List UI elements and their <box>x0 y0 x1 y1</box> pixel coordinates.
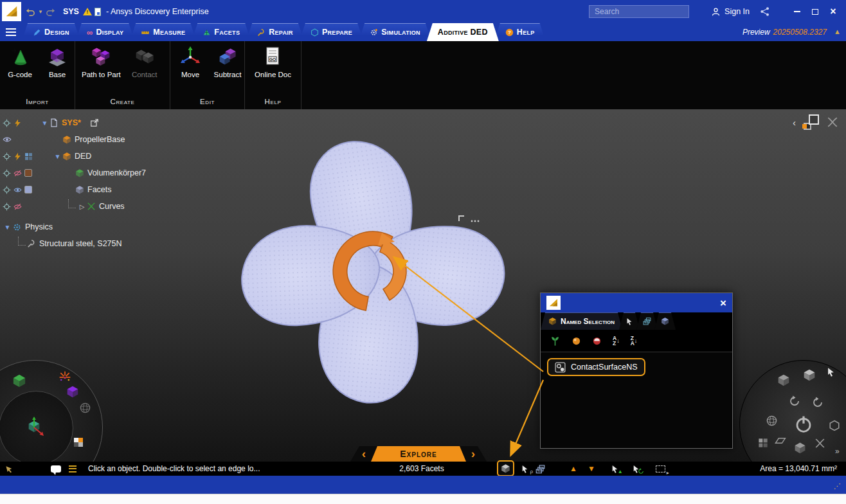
globe-icon[interactable] <box>79 402 91 414</box>
tree-root-label[interactable]: SYS* <box>62 118 81 127</box>
tab-simulation[interactable]: Simulation <box>359 23 431 41</box>
sort-za-icon[interactable]: ZA↓ <box>631 336 638 346</box>
sign-in-button[interactable]: Sign In <box>711 7 750 17</box>
grid-icon[interactable] <box>24 152 33 161</box>
plane-tool-icon[interactable] <box>773 437 786 446</box>
tab-additive-ded[interactable]: Additive DED <box>427 23 499 41</box>
select-add-button[interactable]: ▲ <box>611 465 619 473</box>
select-cursor-icon[interactable] <box>826 367 836 377</box>
anchor-icon[interactable] <box>3 152 11 161</box>
history-panel-icon[interactable] <box>802 114 819 130</box>
dialog-titlebar[interactable]: × <box>541 293 732 312</box>
tree-row-facets[interactable]: Facets <box>3 181 146 198</box>
expander-icon[interactable]: ▷ <box>77 203 87 210</box>
tab-repair[interactable]: Repair <box>246 23 304 41</box>
maximize-button[interactable] <box>806 4 824 19</box>
move-down-icon[interactable]: ▼ <box>588 464 595 473</box>
tab-prepare[interactable]: Prepare <box>300 23 363 41</box>
render-options-icon[interactable] <box>59 370 71 383</box>
external-link-icon[interactable] <box>90 118 99 127</box>
minimize-button[interactable] <box>788 4 806 19</box>
tree-row-root[interactable]: ▼ SYS* <box>3 114 146 131</box>
iso-view-cube-icon[interactable] <box>12 374 26 388</box>
dialog-close-icon[interactable]: × <box>720 298 726 309</box>
group-sphere-icon[interactable] <box>572 336 581 346</box>
hidden-eye-icon[interactable] <box>14 203 22 211</box>
rotate-left-icon[interactable] <box>789 395 800 407</box>
layers-tool-icon[interactable] <box>536 464 545 474</box>
file-menu-button[interactable] <box>0 23 22 41</box>
select-rotate-button[interactable] <box>632 465 640 473</box>
fly-mode-icon[interactable] <box>4 464 15 474</box>
hex-tool-icon[interactable] <box>829 420 840 431</box>
perspective-cube-icon[interactable] <box>66 385 79 398</box>
expand-wheel-icon[interactable]: » <box>835 447 840 456</box>
exclude-sphere-icon[interactable] <box>592 336 602 346</box>
anchor-icon[interactable] <box>3 186 11 194</box>
tree-row-volumenkoerper7[interactable]: Volumenkörper7 <box>3 165 146 181</box>
tab-measure[interactable]: Measure <box>130 23 196 41</box>
explore-mode-tab[interactable]: Explore <box>371 446 466 462</box>
hatch-square-icon[interactable] <box>758 438 768 448</box>
tab-facets[interactable]: Facets <box>192 23 251 41</box>
subtract-button[interactable]: Subtract <box>214 46 241 78</box>
named-selection-dialog[interactable]: × Named Selection <box>540 292 733 449</box>
online-doc-button[interactable]: GO Online Doc <box>255 46 291 78</box>
path-to-part-button[interactable]: Path to Part <box>82 46 121 78</box>
hidden-eye-icon[interactable] <box>14 169 22 177</box>
anchor-icon[interactable] <box>3 203 11 211</box>
gizmo-inner-circle[interactable] <box>0 391 73 462</box>
rotate-right-icon[interactable] <box>812 397 824 408</box>
tab-options[interactable] <box>654 312 676 330</box>
anchor-icon[interactable] <box>3 169 11 177</box>
color-swatch[interactable] <box>24 186 32 194</box>
redo-icon[interactable] <box>46 7 55 17</box>
model-viewport[interactable]: ▼ SYS* PropellerBase ▼ <box>0 109 846 462</box>
tab-selection-filter[interactable] <box>619 312 640 330</box>
section-tool-icon[interactable] <box>825 116 840 128</box>
fit-view-cube-icon[interactable] <box>803 368 816 381</box>
move-button[interactable]: Move <box>177 46 204 78</box>
tab-named-selection[interactable]: Named Selection <box>541 312 622 330</box>
expander-icon[interactable]: ▼ <box>40 120 50 127</box>
create-ns-icon[interactable] <box>550 336 561 346</box>
expander-icon[interactable]: ▼ <box>53 153 62 160</box>
box-select-icon[interactable] <box>656 465 665 473</box>
zoom-extents-cube-icon[interactable] <box>777 374 790 386</box>
expander-icon[interactable]: ▼ <box>3 224 12 231</box>
anchor-icon[interactable] <box>3 119 11 127</box>
visibility-eye-icon[interactable] <box>3 135 12 144</box>
visibility-eye-icon[interactable] <box>14 186 22 194</box>
search-input[interactable] <box>589 5 689 18</box>
shaded-cube-icon[interactable] <box>794 442 806 454</box>
collapse-ribbon-icon[interactable]: ▲ <box>834 28 841 35</box>
mesh-sphere-icon[interactable] <box>766 415 778 427</box>
tree-row-ded[interactable]: ▼ DED <box>3 148 146 165</box>
tree-row-physics[interactable]: ▼ Physics <box>3 219 146 235</box>
tree-row-material[interactable]: Structural steel, S275N <box>3 235 146 252</box>
undo-icon[interactable] <box>26 7 35 17</box>
share-icon[interactable] <box>760 6 770 17</box>
move-up-icon[interactable]: ▲ <box>570 464 577 473</box>
named-selection-item[interactable]: ContactSurfaceNS <box>547 358 645 376</box>
comments-icon[interactable] <box>51 465 61 473</box>
gcode-button[interactable]: G-code <box>6 46 33 78</box>
collapse-panel-icon[interactable]: ‹ <box>793 117 796 128</box>
power-center-icon[interactable] <box>794 415 813 434</box>
tab-design[interactable]: Design <box>22 23 80 41</box>
measure-tool-icon[interactable] <box>815 438 825 449</box>
base-button[interactable]: Base <box>44 46 71 78</box>
physics-bolt-icon[interactable] <box>14 119 22 127</box>
tree-row-curves[interactable]: ▷ Curves <box>3 198 146 215</box>
sort-az-icon[interactable]: AZ↓ <box>613 336 620 346</box>
warning-icon[interactable]: ! <box>83 8 92 15</box>
close-button[interactable]: × <box>824 4 842 19</box>
tab-help[interactable]: ? Help <box>494 23 546 41</box>
message-list-icon[interactable] <box>69 465 76 473</box>
triad-gizmo-icon[interactable] <box>24 416 46 438</box>
tree-row-propellerbase[interactable]: PropellerBase <box>3 131 146 148</box>
color-swatch[interactable] <box>24 169 32 177</box>
tab-layers[interactable] <box>636 312 658 330</box>
tab-display[interactable]: ∞ Display <box>76 23 134 41</box>
display-style-icon[interactable] <box>74 438 83 447</box>
